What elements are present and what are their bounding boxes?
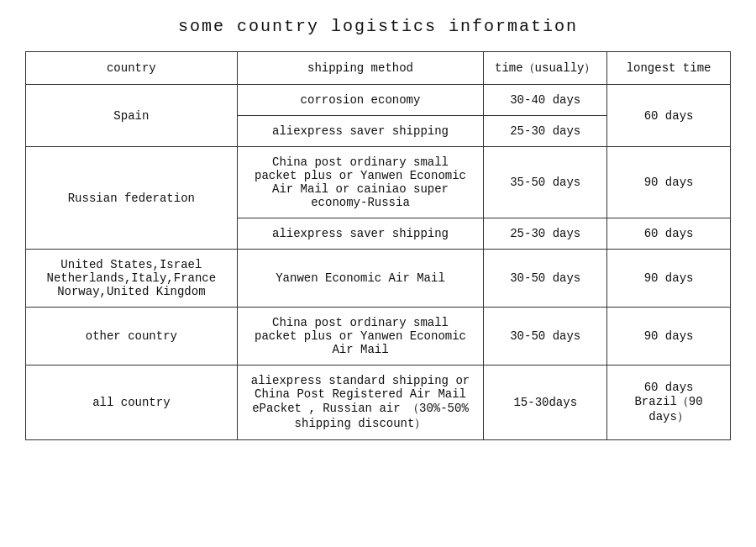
header-longest: longest time: [607, 52, 731, 85]
table-row: United States,Israel Netherlands,Italy,F…: [26, 250, 731, 308]
method-all: aliexpress standard shipping or China Po…: [237, 366, 484, 440]
time-us: 30-50 days: [484, 250, 607, 308]
time-russia-1: 35-50 days: [484, 147, 607, 218]
time-other: 30-50 days: [484, 308, 607, 366]
longest-all: 60 days Brazil（90 days）: [607, 366, 731, 440]
method-russia-2: aliexpress saver shipping: [237, 218, 484, 250]
table-row: Russian federation China post ordinary s…: [26, 147, 731, 218]
country-all: all country: [26, 366, 238, 440]
method-spain-1: corrosion economy: [237, 85, 484, 116]
logistics-table: country shipping method time（usually） lo…: [25, 51, 731, 440]
country-other: other country: [26, 308, 238, 366]
longest-us: 90 days: [607, 250, 731, 308]
header-shipping: shipping method: [237, 52, 484, 85]
time-all: 15-30days: [484, 366, 607, 440]
header-country: country: [26, 52, 238, 85]
method-us: Yanwen Economic Air Mail: [237, 250, 484, 308]
longest-spain: 60 days: [607, 85, 731, 147]
method-other: China post ordinary small packet plus or…: [237, 308, 484, 366]
table-row: other country China post ordinary small …: [26, 308, 731, 366]
country-spain: Spain: [26, 85, 238, 147]
time-russia-2: 25-30 days: [484, 218, 607, 250]
time-spain-1: 30-40 days: [484, 85, 607, 116]
method-spain-2: aliexpress saver shipping: [237, 116, 484, 147]
time-spain-2: 25-30 days: [484, 116, 607, 147]
longest-other: 90 days: [607, 308, 731, 366]
header-time: time（usually）: [484, 52, 607, 85]
longest-russia-2: 60 days: [607, 218, 731, 250]
page-title: some country logistics information: [25, 17, 731, 36]
country-russia: Russian federation: [26, 147, 238, 250]
table-row: Spain corrosion economy 30-40 days 60 da…: [26, 85, 731, 116]
country-us: United States,Israel Netherlands,Italy,F…: [26, 250, 238, 308]
longest-russia-1: 90 days: [607, 147, 731, 218]
table-row: all country aliexpress standard shipping…: [26, 366, 731, 440]
method-russia-1: China post ordinary small packet plus or…: [237, 147, 484, 218]
